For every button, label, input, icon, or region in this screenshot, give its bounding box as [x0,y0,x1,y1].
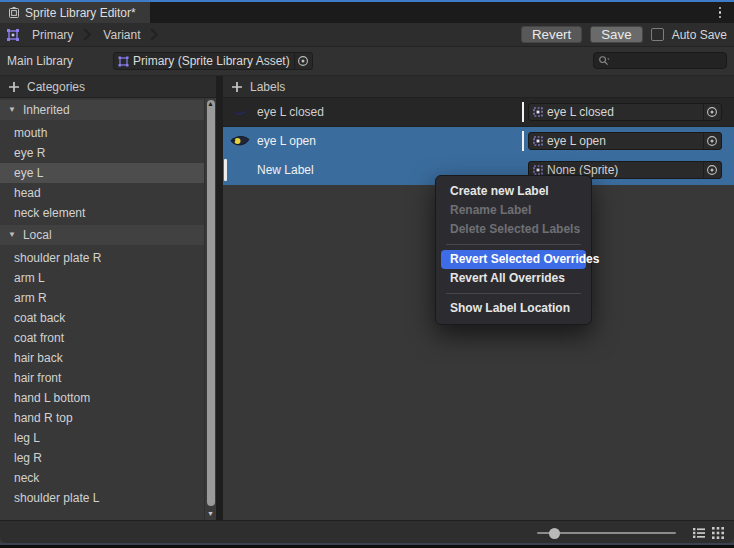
search-field[interactable] [593,52,727,69]
categories-header: Categories [0,76,216,98]
sprite-object-value: eye L closed [547,105,699,119]
bottom-bar [0,520,734,543]
collapse-triangle-icon: ▼ [8,106,16,114]
label-name: eye L open [257,134,522,148]
collapse-triangle-icon: ▼ [8,231,16,239]
category-group-items: shoulder plate Rarm Larm Rcoat backcoat … [0,245,216,510]
menu-item-show-label-location[interactable]: Show Label Location [436,299,591,318]
categories-title: Categories [27,80,85,94]
menu-item-rename-label: Rename Label [436,201,591,220]
category-item[interactable]: eye R [0,143,204,163]
sprite-object-value: eye L open [547,134,699,148]
label-row[interactable]: eye L closedeye L closed [223,98,734,127]
category-item[interactable]: hand R top [0,408,204,428]
category-item[interactable]: leg R [0,448,204,468]
label-row[interactable]: eye L openeye L open [223,127,734,156]
categories-panel: Categories ▼Inheritedmoutheye Reye Lhead… [0,76,216,520]
tab-bar: Sprite Library Editor* [0,2,734,23]
category-item[interactable]: neck element [0,203,204,223]
category-item[interactable]: coat front [0,328,204,348]
eye-closed-thumbnail-icon [229,107,251,117]
category-item[interactable]: arm R [0,288,204,308]
category-group-name: Inherited [23,103,70,117]
category-item[interactable]: eye L [0,163,204,183]
labels-header: Labels [223,76,734,98]
list-view-icon[interactable] [693,527,705,539]
sprite-object-field[interactable]: eye L open [528,132,722,150]
add-label-icon[interactable] [231,81,243,93]
scroll-up-icon[interactable]: ▲ [205,99,216,109]
tab-sprite-library-editor[interactable]: Sprite Library Editor* [0,2,150,23]
main-library-label: Main Library [7,54,113,68]
menu-item-delete-selected-labels: Delete Selected Labels [436,220,591,239]
breadcrumb-chevron-icon [150,28,158,41]
sprite-library-editor-window: Sprite Library Editor* PrimaryVariant Re… [0,0,734,548]
slider-thumb[interactable] [549,528,560,539]
category-item[interactable]: neck [0,468,204,488]
object-picker-icon[interactable] [703,104,719,120]
menu-item-revert-all-overrides[interactable]: Revert All Overrides [436,269,591,288]
panel-divider [216,76,223,520]
labels-title: Labels [250,80,285,94]
toolbar-right: Revert Save Auto Save [521,23,727,46]
override-marker [224,159,227,181]
context-menu: Create new LabelRename LabelDelete Selec… [435,175,592,325]
save-button[interactable]: Save [590,26,642,43]
revert-button[interactable]: Revert [521,26,582,43]
category-item[interactable]: mouth [0,123,204,143]
object-picker-icon[interactable] [703,162,719,178]
sprite-library-icon [6,28,20,42]
category-item[interactable]: head [0,183,204,203]
categories-list: ▼Inheritedmoutheye Reye Lheadneck elemen… [0,98,216,520]
menu-item-revert-selected-overrides[interactable]: Revert Selected Overrides [441,250,586,269]
breadcrumb: PrimaryVariant [28,28,166,42]
add-category-icon[interactable] [8,81,20,93]
menu-item-create-new-label[interactable]: Create new Label [436,182,591,201]
category-item[interactable]: hand L bottom [0,388,204,408]
auto-save-checkbox[interactable] [651,28,664,41]
sprite-icon [533,165,543,175]
main-library-object-value: Primary (Sprite Library Asset) [133,54,290,68]
sprite-icon [533,136,543,146]
category-item[interactable]: leg L [0,428,204,448]
category-item[interactable]: hair back [0,348,204,368]
scrollbar-thumb[interactable] [207,100,215,506]
window-bottom-edge [0,543,734,548]
breadcrumb-item-primary[interactable]: Primary [28,28,77,42]
kebab-menu-icon[interactable] [713,4,727,21]
breadcrumb-chevron-icon [83,28,91,41]
breadcrumb-item-variant[interactable]: Variant [99,28,144,42]
object-picker-icon[interactable] [294,53,310,69]
menu-separator [446,244,581,245]
sprite-editor-tab-icon [8,7,20,19]
object-picker-icon[interactable] [703,133,719,149]
tab-title: Sprite Library Editor* [25,6,136,20]
grid-view-icon[interactable] [712,527,724,539]
sprite-icon [533,107,543,117]
category-item[interactable]: coat back [0,308,204,328]
eye-open-thumbnail-icon [229,135,251,148]
sprite-object-field[interactable]: eye L closed [528,103,722,121]
category-group-header-local[interactable]: ▼Local [0,225,204,245]
sprite-override-marker [522,131,524,151]
category-item[interactable]: shoulder plate L [0,488,204,508]
scroll-down-icon[interactable]: ▼ [205,509,216,519]
category-group-items: moutheye Reye Lheadneck element [0,120,216,225]
category-item[interactable]: shoulder plate R [0,248,204,268]
label-name: eye L closed [257,105,522,119]
search-icon [598,55,610,67]
sprite-override-marker [522,102,524,122]
search-input[interactable] [613,53,722,69]
category-item[interactable]: hair front [0,368,204,388]
main-library-object-field[interactable]: Primary (Sprite Library Asset) [113,52,313,70]
menu-separator [446,293,581,294]
toolbar: PrimaryVariant Revert Save Auto Save [0,23,734,47]
category-group-name: Local [23,228,52,242]
sprite-library-asset-icon [118,56,129,67]
category-item[interactable]: arm L [0,268,204,288]
main-content: Categories ▼Inheritedmoutheye Reye Lhead… [0,76,734,520]
categories-scrollbar[interactable]: ▲ ▼ [204,98,216,520]
category-group-header-inherited[interactable]: ▼Inherited [0,100,204,120]
thumbnail-size-slider[interactable] [537,532,676,534]
auto-save-label: Auto Save [672,28,727,42]
